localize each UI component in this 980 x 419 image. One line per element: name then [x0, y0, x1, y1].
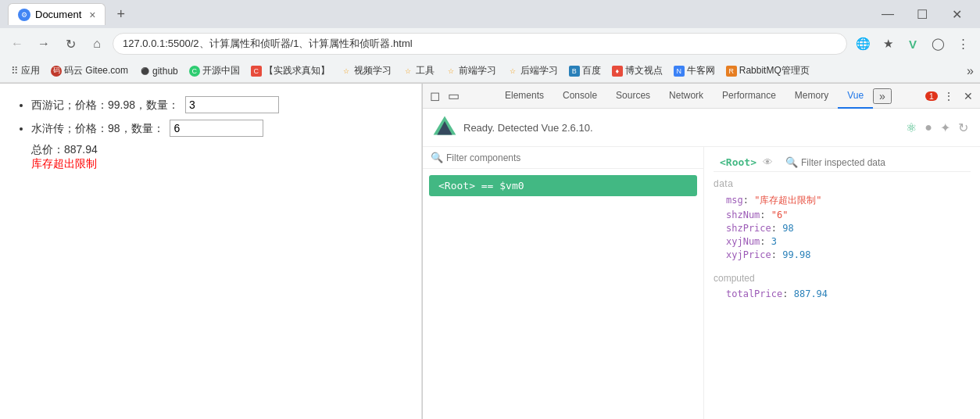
- devtools-settings-icon[interactable]: ⋮: [939, 88, 958, 105]
- bookmark-frontend-label: 前端学习: [459, 64, 496, 77]
- bookmark-opensource[interactable]: C 开源中国: [184, 63, 245, 79]
- translate-icon[interactable]: 🌐: [852, 33, 874, 55]
- tab-performance[interactable]: Performance: [713, 84, 785, 109]
- bookmark-rabbitmq-label: RabbitMQ管理页: [739, 64, 810, 77]
- list-item-1: 西游记；价格：99.98，数量：: [31, 96, 406, 113]
- tab-vue[interactable]: Vue: [838, 84, 873, 109]
- prop-value-xyjnum: 3: [771, 236, 777, 247]
- vue-logo: [432, 115, 457, 140]
- root-component-node[interactable]: <Root> == $vm0: [429, 175, 697, 196]
- tab-memory[interactable]: Memory: [785, 84, 838, 109]
- computed-value-totalprice: 887.94: [794, 288, 828, 299]
- vue-header: Ready. Detected Vue 2.6.10. ⚛ ● ✦ ↻: [423, 109, 980, 147]
- data-prop-shznum: shzNum: "6": [726, 210, 971, 220]
- devtools-panel: ◻ ▭ Elements Console Sources Network Per…: [422, 84, 980, 419]
- maximize-button[interactable]: ☐: [907, 3, 938, 25]
- new-tab-button[interactable]: +: [112, 5, 130, 24]
- niuke-icon: N: [674, 66, 685, 77]
- bookmark-github[interactable]: ⚫ github: [134, 64, 183, 78]
- bookmarks-more-button[interactable]: »: [967, 64, 974, 78]
- devtools-topbar: ◻ ▭ Elements Console Sources Network Per…: [423, 84, 980, 109]
- bookmark-video-label: 视频学习: [354, 64, 392, 77]
- prop-colon-xyjnum: :: [760, 236, 771, 247]
- prop-key-shznum: shzNum: [726, 210, 760, 220]
- profile-icon[interactable]: ◯: [927, 33, 949, 55]
- prop-value-msg: "库存超出限制": [754, 195, 821, 206]
- bookmark-bowensdp[interactable]: ♦ 博文视点: [607, 63, 667, 79]
- bookmarks-bar: ⠿ 应用 码 码云 Gitee.com ⚫ github C 开源中国 C 【实…: [0, 59, 980, 83]
- tab-title: Document: [35, 9, 81, 20]
- left-panel: 西游记；价格：99.98，数量： 水浒传；价格：98，数量： 总价：887.94…: [0, 84, 422, 419]
- data-prop-msg: msg: "库存超出限制": [726, 194, 971, 207]
- devtools-close-icon[interactable]: ✕: [960, 88, 977, 105]
- filter-data-bar: 🔍: [785, 156, 961, 168]
- data-prop-xyjnum: xyjNum: 3: [726, 236, 971, 247]
- routing-icon[interactable]: ✦: [938, 118, 953, 138]
- tab-console[interactable]: Console: [553, 84, 606, 109]
- bookmark-bowen-label: 博文视点: [625, 64, 663, 77]
- prop-colon-shzprice: :: [771, 223, 782, 234]
- address-input[interactable]: [113, 33, 847, 55]
- filter-inspected-data-input[interactable]: [801, 157, 961, 168]
- dock-side-icon[interactable]: ▭: [444, 86, 463, 106]
- devtools-tabs-more[interactable]: »: [873, 88, 892, 104]
- tab-network[interactable]: Network: [660, 84, 713, 109]
- bookmark-apps[interactable]: ⠿ 应用: [6, 63, 45, 79]
- close-button[interactable]: ✕: [941, 3, 972, 25]
- component-inspector-icon[interactable]: ⚛: [903, 118, 919, 138]
- dock-icon[interactable]: ◻: [426, 86, 444, 106]
- bowen-icon: ♦: [612, 66, 623, 77]
- prop-key-shzprice: shzPrice: [726, 223, 771, 234]
- eye-icon[interactable]: 👁: [763, 156, 773, 168]
- devtools-tabs: Elements Console Sources Network Perform…: [495, 84, 892, 109]
- bookmark-niuke[interactable]: N 牛客网: [669, 63, 720, 79]
- home-button[interactable]: ⌂: [86, 33, 108, 55]
- prop-key-xyjprice: xyjPrice: [726, 249, 771, 260]
- prop-colon-shznum: :: [760, 210, 771, 220]
- item2-label: 水浒传；价格：98，数量：: [31, 122, 164, 134]
- vuex-icon[interactable]: ●: [922, 118, 935, 138]
- bookmark-backend-label: 后端学习: [520, 64, 558, 77]
- bookmark-gitee[interactable]: 码 码云 Gitee.com: [46, 63, 133, 79]
- search-icon: 🔍: [431, 152, 443, 163]
- apps-icon: ⠿: [11, 65, 19, 77]
- bookmark-practice[interactable]: C 【实践求真知】: [246, 63, 334, 79]
- bookmark-frontend[interactable]: ☆ 前端学习: [441, 63, 501, 79]
- bookmark-tools[interactable]: ☆ 工具: [398, 63, 439, 79]
- rabbitmq-icon: R: [726, 66, 737, 77]
- vuejs-devtools-icon[interactable]: V: [902, 33, 924, 55]
- item2-qty-input[interactable]: [170, 120, 263, 137]
- bookmark-apps-label: 应用: [21, 64, 40, 77]
- stock-warning: 库存超出限制: [31, 157, 406, 171]
- menu-icon[interactable]: ⋮: [952, 33, 974, 55]
- vue-status-text: Ready. Detected Vue 2.6.10.: [463, 122, 593, 134]
- bookmark-github-label: github: [152, 66, 178, 77]
- title-bar: ⚙ Document × + — ☐ ✕: [0, 0, 980, 28]
- prop-key-msg: msg: [726, 195, 743, 206]
- back-button[interactable]: ←: [6, 33, 28, 55]
- bookmark-baidu[interactable]: B 百度: [564, 63, 606, 79]
- bookmark-star-icon[interactable]: ★: [877, 33, 899, 55]
- refresh-vue-icon[interactable]: ↻: [956, 118, 971, 138]
- tab-elements[interactable]: Elements: [495, 84, 553, 109]
- tab-favicon: ⚙: [18, 9, 30, 21]
- browser-tab[interactable]: ⚙ Document ×: [8, 3, 106, 25]
- tab-sources[interactable]: Sources: [606, 84, 660, 109]
- bookmark-backend[interactable]: ☆ 后端学习: [503, 63, 563, 79]
- forward-button[interactable]: →: [33, 33, 55, 55]
- bookmark-video[interactable]: ☆ 视频学习: [336, 63, 396, 79]
- data-section: data msg: "库存超出限制" shzNum: "6" shzPrice:…: [714, 178, 971, 260]
- minimize-button[interactable]: —: [872, 3, 903, 25]
- bookmark-opensource-label: 开源中国: [202, 64, 240, 77]
- refresh-button[interactable]: ↻: [59, 33, 81, 55]
- computed-section: computed totalPrice: 887.94: [714, 273, 971, 299]
- prop-value-shzprice: 98: [782, 223, 793, 234]
- item1-qty-input[interactable]: [185, 96, 279, 113]
- computed-key-totalprice: totalPrice: [726, 288, 782, 299]
- bookmark-rabbitmq[interactable]: R RabbitMQ管理页: [721, 63, 814, 79]
- devtools-right-icons: 1 ⋮ ✕: [924, 88, 977, 105]
- bookmark-gitee-label: 码云 Gitee.com: [64, 64, 128, 77]
- tab-close-button[interactable]: ×: [89, 9, 95, 21]
- filter-components-input[interactable]: [446, 152, 696, 163]
- tools-icon: ☆: [402, 66, 413, 77]
